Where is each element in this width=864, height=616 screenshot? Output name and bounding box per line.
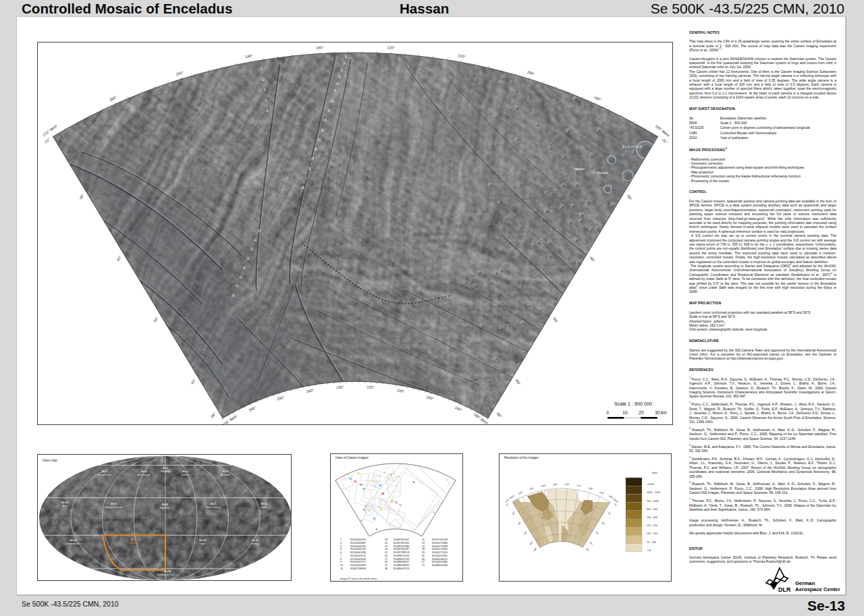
- svg-text:N1489054360: N1489054360: [432, 564, 448, 567]
- svg-text:Hamah Sulci: Hamah Sulci: [97, 474, 112, 476]
- svg-text:250°: 250°: [277, 395, 285, 401]
- svg-text:Shahrazad: Shahrazad: [138, 474, 150, 476]
- svg-text:DLR: DLR: [778, 586, 791, 593]
- svg-text:Ebony Dorsum: Ebony Dorsum: [105, 506, 122, 509]
- svg-text:250 - 400: 250 - 400: [647, 516, 657, 519]
- svg-text:67: 67: [422, 561, 425, 563]
- svg-text:H: H: [311, 157, 314, 161]
- svg-text:58: 58: [379, 484, 381, 487]
- svg-text:S: S: [265, 99, 267, 103]
- svg-text:220°: 220°: [387, 45, 396, 50]
- svg-text:9: 9: [340, 561, 342, 563]
- svg-text:S: S: [341, 68, 344, 72]
- svg-text:A: A: [343, 61, 346, 65]
- svg-text:Diyar: Diyar: [200, 542, 207, 545]
- svg-text:G: G: [321, 128, 324, 132]
- svg-text:Cashmere Sulci: Cashmere Sulci: [64, 542, 82, 545]
- svg-text:N1604167962: N1604167962: [432, 555, 448, 557]
- svg-text:71: 71: [422, 564, 425, 567]
- svg-text:20: 20: [639, 410, 644, 415]
- svg-text:70 - 100: 70 - 100: [647, 541, 656, 544]
- svg-text:N1602274366: N1602274366: [432, 542, 448, 544]
- svg-text:4: 4: [340, 548, 342, 551]
- svg-text:W1487299745: W1487299745: [394, 551, 410, 554]
- svg-text:18: 18: [379, 509, 382, 511]
- svg-text:Se-5: Se-5: [102, 470, 107, 473]
- svg-text:Se-4: Se-4: [141, 470, 147, 473]
- svg-text:Zumurrud: Zumurrud: [622, 144, 643, 148]
- svg-text:Hassan: Hassan: [130, 542, 138, 544]
- svg-text:230°: 230°: [316, 45, 324, 50]
- svg-text:Kamar: Kamar: [251, 542, 259, 545]
- svg-text:N1602275261: N1602275261: [432, 551, 448, 554]
- svg-text:-66°: -66°: [495, 411, 503, 418]
- svg-text:K: K: [232, 293, 235, 298]
- svg-text:A: A: [315, 147, 317, 151]
- svg-text:A: A: [254, 238, 257, 242]
- svg-text:21: 21: [360, 520, 363, 522]
- svg-text:Se-2: Se-2: [223, 470, 228, 473]
- svg-text:24: 24: [385, 548, 387, 551]
- svg-text:4: 4: [440, 511, 441, 513]
- svg-text:23: 23: [391, 500, 394, 503]
- svg-text:15: 15: [389, 474, 392, 476]
- svg-text:Se-15: Se-15: [164, 570, 171, 573]
- svg-text:59: 59: [422, 551, 425, 554]
- svg-text:30: 30: [385, 561, 387, 563]
- svg-text:O: O: [262, 78, 265, 82]
- svg-text:150 - 250: 150 - 250: [647, 524, 657, 527]
- svg-text:6: 6: [340, 551, 342, 554]
- svg-text:10: 10: [622, 410, 628, 415]
- svg-text:S: S: [250, 247, 253, 251]
- svg-text:-40°: -40°: [601, 521, 605, 526]
- svg-text:14: 14: [349, 478, 352, 480]
- svg-text:55: 55: [363, 509, 366, 511]
- svg-text:100 - 150: 100 - 150: [647, 532, 657, 535]
- svg-text:0: 0: [606, 410, 609, 415]
- svg-text:A: A: [247, 256, 250, 260]
- svg-text:20: 20: [385, 542, 387, 544]
- svg-text:Damascus Sulcus: Damascus Sulcus: [157, 573, 178, 576]
- svg-text:Se-9: Se-9: [111, 503, 116, 505]
- svg-text:Index map: Index map: [43, 459, 57, 462]
- svg-text:-50°: -50°: [551, 316, 558, 324]
- svg-text:Resolution of the images: Resolution of the images: [504, 456, 539, 459]
- svg-text:S: S: [308, 167, 311, 171]
- svg-text:-40°: -40°: [115, 255, 122, 263]
- svg-text:Se-7: Se-7: [211, 503, 216, 505]
- svg-text:62: 62: [422, 555, 425, 557]
- svg-text:1000 - 1500: 1000 - 1500: [647, 491, 660, 494]
- svg-text:S: S: [263, 88, 266, 92]
- svg-text:8: 8: [433, 511, 435, 514]
- svg-text:A: A: [325, 118, 327, 122]
- svg-text:51: 51: [422, 538, 425, 541]
- svg-text:N1487361386: N1487361386: [394, 545, 409, 548]
- svg-text:-66°: -66°: [209, 412, 217, 419]
- svg-text:N1489048394: N1489048394: [394, 564, 409, 567]
- svg-text:N1487299918: N1487299918: [350, 567, 366, 570]
- svg-text:N1500061010: N1500061010: [350, 545, 366, 548]
- svg-text:5: 5: [396, 501, 397, 504]
- svg-text:8: 8: [413, 481, 414, 484]
- svg-text:26: 26: [381, 493, 384, 495]
- svg-text:200°: 200°: [526, 70, 535, 76]
- svg-text:N1487300187: N1487300187: [394, 548, 409, 551]
- svg-text:-21°: -21°: [661, 137, 668, 144]
- svg-text:>1500: >1500: [647, 483, 654, 486]
- svg-text:O: O: [336, 82, 340, 86]
- svg-text:230°: 230°: [336, 385, 344, 389]
- svg-text:-60°: -60°: [190, 378, 196, 386]
- svg-text:N1500050992: N1500050992: [432, 561, 448, 563]
- svg-text:Se-12: Se-12: [199, 539, 206, 542]
- svg-text:Kasim: Kasim: [182, 474, 189, 476]
- svg-text:N1500061634: N1500061634: [350, 558, 366, 561]
- svg-text:R: R: [327, 109, 330, 113]
- svg-text:6: 6: [376, 528, 377, 531]
- svg-text:1: 1: [446, 479, 448, 482]
- svg-text:N1489047203: N1489047203: [394, 555, 409, 557]
- svg-text:H: H: [236, 284, 238, 288]
- svg-text:58: 58: [362, 488, 365, 491]
- svg-text:N1597160749: N1597160749: [432, 538, 448, 541]
- svg-text:-66°: -66°: [533, 547, 537, 552]
- svg-text:Salih: Salih: [261, 506, 267, 509]
